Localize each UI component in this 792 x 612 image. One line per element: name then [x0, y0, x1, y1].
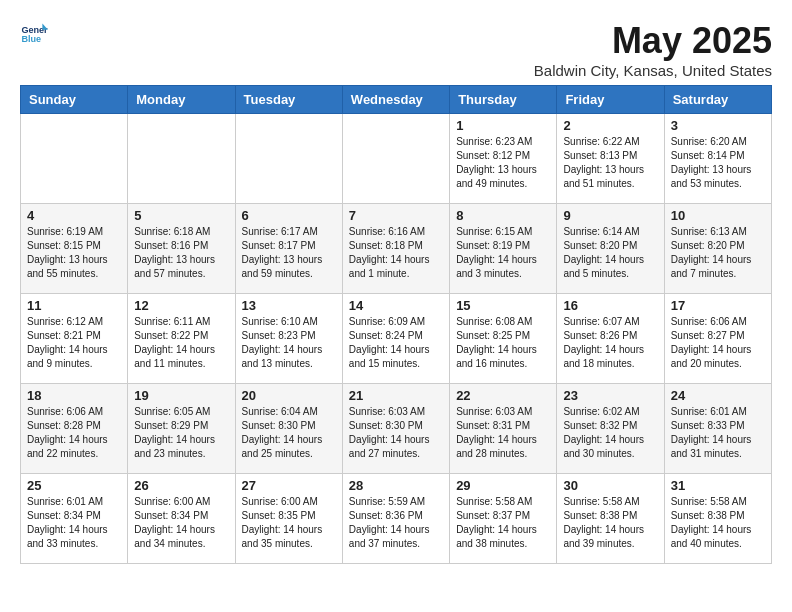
day-info: Sunrise: 6:08 AM Sunset: 8:25 PM Dayligh…: [456, 315, 550, 371]
title-section: May 2025 Baldwin City, Kansas, United St…: [534, 20, 772, 79]
day-number: 28: [349, 478, 443, 493]
calendar-cell: 28Sunrise: 5:59 AM Sunset: 8:36 PM Dayli…: [342, 474, 449, 564]
calendar-cell: 16Sunrise: 6:07 AM Sunset: 8:26 PM Dayli…: [557, 294, 664, 384]
calendar-week-row: 11Sunrise: 6:12 AM Sunset: 8:21 PM Dayli…: [21, 294, 772, 384]
day-number: 18: [27, 388, 121, 403]
day-number: 15: [456, 298, 550, 313]
calendar-cell: 3Sunrise: 6:20 AM Sunset: 8:14 PM Daylig…: [664, 114, 771, 204]
calendar-cell: [128, 114, 235, 204]
day-number: 5: [134, 208, 228, 223]
day-number: 19: [134, 388, 228, 403]
day-info: Sunrise: 6:00 AM Sunset: 8:34 PM Dayligh…: [134, 495, 228, 551]
day-info: Sunrise: 6:07 AM Sunset: 8:26 PM Dayligh…: [563, 315, 657, 371]
day-info: Sunrise: 6:11 AM Sunset: 8:22 PM Dayligh…: [134, 315, 228, 371]
day-info: Sunrise: 5:58 AM Sunset: 8:38 PM Dayligh…: [563, 495, 657, 551]
calendar-cell: 20Sunrise: 6:04 AM Sunset: 8:30 PM Dayli…: [235, 384, 342, 474]
calendar-cell: 18Sunrise: 6:06 AM Sunset: 8:28 PM Dayli…: [21, 384, 128, 474]
calendar-cell: [21, 114, 128, 204]
weekday-header-sunday: Sunday: [21, 86, 128, 114]
calendar-cell: 2Sunrise: 6:22 AM Sunset: 8:13 PM Daylig…: [557, 114, 664, 204]
svg-text:Blue: Blue: [21, 34, 41, 44]
day-info: Sunrise: 6:15 AM Sunset: 8:19 PM Dayligh…: [456, 225, 550, 281]
calendar-cell: 11Sunrise: 6:12 AM Sunset: 8:21 PM Dayli…: [21, 294, 128, 384]
day-info: Sunrise: 6:17 AM Sunset: 8:17 PM Dayligh…: [242, 225, 336, 281]
day-number: 22: [456, 388, 550, 403]
calendar-cell: 5Sunrise: 6:18 AM Sunset: 8:16 PM Daylig…: [128, 204, 235, 294]
day-number: 31: [671, 478, 765, 493]
calendar-cell: 13Sunrise: 6:10 AM Sunset: 8:23 PM Dayli…: [235, 294, 342, 384]
day-number: 20: [242, 388, 336, 403]
day-info: Sunrise: 6:02 AM Sunset: 8:32 PM Dayligh…: [563, 405, 657, 461]
day-number: 13: [242, 298, 336, 313]
calendar-cell: 6Sunrise: 6:17 AM Sunset: 8:17 PM Daylig…: [235, 204, 342, 294]
calendar-week-row: 1Sunrise: 6:23 AM Sunset: 8:12 PM Daylig…: [21, 114, 772, 204]
day-info: Sunrise: 6:10 AM Sunset: 8:23 PM Dayligh…: [242, 315, 336, 371]
day-number: 8: [456, 208, 550, 223]
general-blue-icon: General Blue: [20, 20, 48, 48]
day-number: 7: [349, 208, 443, 223]
day-info: Sunrise: 6:14 AM Sunset: 8:20 PM Dayligh…: [563, 225, 657, 281]
calendar-cell: 23Sunrise: 6:02 AM Sunset: 8:32 PM Dayli…: [557, 384, 664, 474]
day-number: 10: [671, 208, 765, 223]
calendar-cell: 1Sunrise: 6:23 AM Sunset: 8:12 PM Daylig…: [450, 114, 557, 204]
weekday-header-saturday: Saturday: [664, 86, 771, 114]
calendar-cell: 8Sunrise: 6:15 AM Sunset: 8:19 PM Daylig…: [450, 204, 557, 294]
logo: General Blue: [20, 20, 52, 48]
day-info: Sunrise: 6:01 AM Sunset: 8:34 PM Dayligh…: [27, 495, 121, 551]
weekday-header-wednesday: Wednesday: [342, 86, 449, 114]
weekday-header-row: SundayMondayTuesdayWednesdayThursdayFrid…: [21, 86, 772, 114]
day-info: Sunrise: 6:20 AM Sunset: 8:14 PM Dayligh…: [671, 135, 765, 191]
day-number: 16: [563, 298, 657, 313]
calendar-cell: 9Sunrise: 6:14 AM Sunset: 8:20 PM Daylig…: [557, 204, 664, 294]
day-number: 27: [242, 478, 336, 493]
location-title: Baldwin City, Kansas, United States: [534, 62, 772, 79]
day-number: 24: [671, 388, 765, 403]
weekday-header-friday: Friday: [557, 86, 664, 114]
day-number: 2: [563, 118, 657, 133]
page-header: General Blue May 2025 Baldwin City, Kans…: [20, 20, 772, 79]
day-info: Sunrise: 6:03 AM Sunset: 8:31 PM Dayligh…: [456, 405, 550, 461]
calendar-cell: 12Sunrise: 6:11 AM Sunset: 8:22 PM Dayli…: [128, 294, 235, 384]
calendar-cell: [235, 114, 342, 204]
day-number: 29: [456, 478, 550, 493]
day-info: Sunrise: 6:06 AM Sunset: 8:27 PM Dayligh…: [671, 315, 765, 371]
calendar-cell: 7Sunrise: 6:16 AM Sunset: 8:18 PM Daylig…: [342, 204, 449, 294]
day-info: Sunrise: 6:00 AM Sunset: 8:35 PM Dayligh…: [242, 495, 336, 551]
calendar-cell: 10Sunrise: 6:13 AM Sunset: 8:20 PM Dayli…: [664, 204, 771, 294]
calendar-cell: [342, 114, 449, 204]
day-number: 14: [349, 298, 443, 313]
weekday-header-thursday: Thursday: [450, 86, 557, 114]
day-number: 26: [134, 478, 228, 493]
calendar-cell: 22Sunrise: 6:03 AM Sunset: 8:31 PM Dayli…: [450, 384, 557, 474]
calendar-table: SundayMondayTuesdayWednesdayThursdayFrid…: [20, 85, 772, 564]
calendar-cell: 19Sunrise: 6:05 AM Sunset: 8:29 PM Dayli…: [128, 384, 235, 474]
weekday-header-tuesday: Tuesday: [235, 86, 342, 114]
day-number: 12: [134, 298, 228, 313]
calendar-week-row: 25Sunrise: 6:01 AM Sunset: 8:34 PM Dayli…: [21, 474, 772, 564]
day-info: Sunrise: 6:13 AM Sunset: 8:20 PM Dayligh…: [671, 225, 765, 281]
day-number: 23: [563, 388, 657, 403]
day-number: 6: [242, 208, 336, 223]
day-number: 30: [563, 478, 657, 493]
calendar-cell: 21Sunrise: 6:03 AM Sunset: 8:30 PM Dayli…: [342, 384, 449, 474]
day-info: Sunrise: 5:58 AM Sunset: 8:38 PM Dayligh…: [671, 495, 765, 551]
calendar-cell: 29Sunrise: 5:58 AM Sunset: 8:37 PM Dayli…: [450, 474, 557, 564]
calendar-cell: 30Sunrise: 5:58 AM Sunset: 8:38 PM Dayli…: [557, 474, 664, 564]
day-number: 3: [671, 118, 765, 133]
day-number: 21: [349, 388, 443, 403]
day-number: 25: [27, 478, 121, 493]
day-info: Sunrise: 6:23 AM Sunset: 8:12 PM Dayligh…: [456, 135, 550, 191]
day-info: Sunrise: 6:01 AM Sunset: 8:33 PM Dayligh…: [671, 405, 765, 461]
calendar-cell: 17Sunrise: 6:06 AM Sunset: 8:27 PM Dayli…: [664, 294, 771, 384]
calendar-cell: 31Sunrise: 5:58 AM Sunset: 8:38 PM Dayli…: [664, 474, 771, 564]
day-number: 9: [563, 208, 657, 223]
day-info: Sunrise: 6:06 AM Sunset: 8:28 PM Dayligh…: [27, 405, 121, 461]
day-info: Sunrise: 6:12 AM Sunset: 8:21 PM Dayligh…: [27, 315, 121, 371]
day-info: Sunrise: 6:19 AM Sunset: 8:15 PM Dayligh…: [27, 225, 121, 281]
day-info: Sunrise: 6:16 AM Sunset: 8:18 PM Dayligh…: [349, 225, 443, 281]
calendar-cell: 25Sunrise: 6:01 AM Sunset: 8:34 PM Dayli…: [21, 474, 128, 564]
calendar-cell: 27Sunrise: 6:00 AM Sunset: 8:35 PM Dayli…: [235, 474, 342, 564]
calendar-week-row: 4Sunrise: 6:19 AM Sunset: 8:15 PM Daylig…: [21, 204, 772, 294]
day-info: Sunrise: 6:18 AM Sunset: 8:16 PM Dayligh…: [134, 225, 228, 281]
calendar-week-row: 18Sunrise: 6:06 AM Sunset: 8:28 PM Dayli…: [21, 384, 772, 474]
